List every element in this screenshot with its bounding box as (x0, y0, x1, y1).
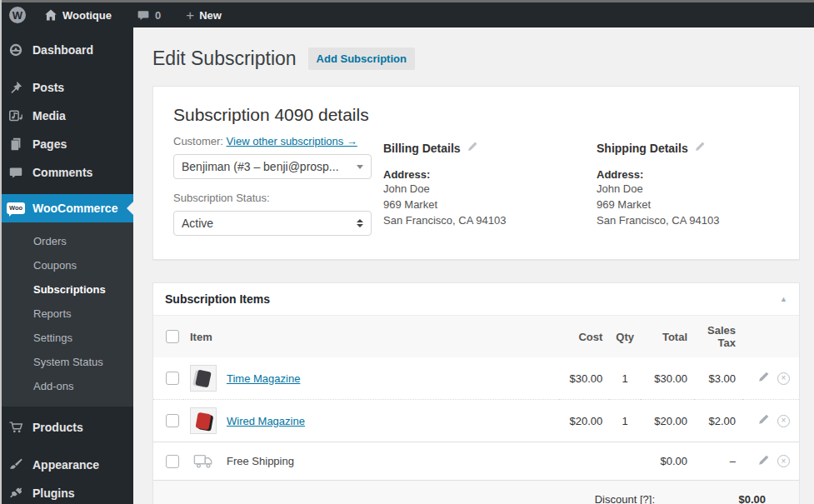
product-thumbnail (190, 407, 217, 434)
woocommerce-submenu: Orders Coupons Subscriptions Reports Set… (0, 222, 133, 407)
collapse-panel-icon[interactable]: ▲ (780, 295, 787, 303)
plug-icon (7, 486, 25, 501)
sidebar-item-subscriptions[interactable]: Subscriptions (0, 277, 133, 302)
new-menu[interactable]: + New (177, 2, 231, 27)
table-row: Wired Magazine $20.00 1 $20.00 $2.00 × (153, 400, 799, 442)
item-qty: 1 (609, 357, 641, 400)
order-totals: Discount [?]: $0.00 Shipping [?]: $0.00 (153, 480, 799, 504)
billing-address-line: San Francisco, CA 94103 (383, 212, 597, 228)
woocommerce-icon: Woo (7, 202, 25, 214)
site-name-menu[interactable]: Wootique (35, 2, 121, 27)
customer-select[interactable]: Benjiman (#3 – benji@prosp... (173, 154, 372, 179)
select-all-checkbox[interactable] (166, 330, 179, 343)
product-thumbnail (190, 365, 217, 392)
subscription-items-table: Item Cost Qty Total Sales Tax (153, 316, 799, 480)
wordpress-logo-icon: W (9, 7, 26, 23)
wp-logo-menu[interactable]: W (0, 2, 35, 27)
admin-sidebar: Dashboard Posts Media Pages Comments (0, 27, 133, 504)
pin-icon (7, 80, 25, 95)
subscription-details-title: Subscription 4090 details (173, 105, 779, 125)
column-qty: Qty (609, 316, 641, 357)
current-menu-arrow (120, 202, 133, 215)
cart-icon (7, 420, 25, 435)
view-other-subscriptions-link[interactable]: View other subscriptions → (227, 135, 357, 147)
subscription-status-select[interactable]: Active (173, 211, 372, 236)
shipping-details-title: Shipping Details (597, 142, 688, 155)
pages-icon (7, 137, 25, 152)
shipping-address-line: San Francisco, CA 94103 (597, 212, 779, 228)
billing-address-line: 969 Market (383, 197, 597, 212)
sidebar-item-pages[interactable]: Pages (0, 130, 133, 158)
home-icon (44, 8, 57, 22)
select-spinner-icon (357, 216, 363, 231)
delete-item-icon[interactable]: × (777, 455, 790, 467)
main-content: Edit Subscription Add Subscription Subsc… (133, 27, 814, 504)
sidebar-item-add-ons[interactable]: Add-ons (0, 374, 133, 398)
plus-icon: + (186, 8, 194, 22)
sidebar-item-coupons[interactable]: Coupons (0, 253, 133, 277)
sidebar-item-media[interactable]: Media (0, 102, 133, 130)
product-link[interactable]: Time Magazine (227, 372, 300, 385)
edit-item-icon[interactable] (757, 413, 770, 428)
shipping-tax: – (694, 442, 742, 481)
customer-label: Customer: (173, 135, 223, 147)
sidebar-item-products[interactable]: Products (0, 413, 133, 442)
edit-item-icon[interactable] (757, 371, 770, 386)
sidebar-item-comments[interactable]: Comments (0, 158, 133, 187)
discount-label: Discount [?]: (595, 493, 655, 504)
subscription-items-panel: Subscription Items ▲ Item Cost Qty Total… (152, 282, 800, 504)
sidebar-item-dashboard[interactable]: Dashboard (0, 36, 133, 64)
shipping-method-name: Free Shipping (227, 455, 294, 467)
column-cost: Cost (559, 316, 609, 357)
add-subscription-button[interactable]: Add Subscription (308, 47, 415, 70)
row-checkbox[interactable] (166, 372, 179, 385)
customer-select-value: Benjiman (#3 – benji@prosp... (182, 160, 339, 173)
edit-shipping-icon[interactable] (694, 141, 706, 155)
sidebar-item-appearance[interactable]: Appearance (0, 451, 133, 479)
sidebar-item-woocommerce[interactable]: Woo WooCommerce (0, 194, 133, 222)
site-name: Wootique (62, 9, 112, 22)
admin-bar: W Wootique 0 + New (0, 2, 814, 27)
sidebar-item-reports[interactable]: Reports (0, 302, 133, 326)
comments-menu[interactable]: 0 (127, 2, 170, 27)
item-tax: $2.00 (694, 400, 742, 442)
shipping-total: $0.00 (641, 442, 694, 481)
shipping-address-line: 969 Market (597, 197, 779, 212)
delete-item-icon[interactable]: × (777, 415, 790, 427)
row-checkbox[interactable] (166, 455, 179, 468)
item-qty: 1 (609, 400, 641, 442)
media-icon (7, 108, 25, 123)
table-row: Time Magazine $30.00 1 $30.00 $3.00 × (153, 357, 799, 400)
billing-address-label: Address: (383, 168, 597, 181)
delete-item-icon[interactable]: × (777, 372, 790, 385)
subscription-details-panel: Subscription 4090 details Customer: View… (152, 86, 800, 260)
column-item: Item (183, 316, 559, 357)
row-checkbox[interactable] (166, 414, 179, 427)
chevron-down-icon (357, 165, 363, 172)
sidebar-item-settings[interactable]: Settings (0, 326, 133, 350)
item-total: $30.00 (641, 357, 694, 400)
comment-count: 0 (155, 9, 161, 22)
shipping-address-line: John Doe (597, 181, 779, 197)
item-tax: $3.00 (694, 357, 742, 400)
sidebar-item-plugins[interactable]: Plugins (0, 479, 133, 504)
discount-value: $0.00 (655, 493, 766, 504)
edit-item-icon[interactable] (757, 454, 770, 469)
sidebar-item-posts[interactable]: Posts (0, 73, 133, 102)
item-total: $20.00 (641, 400, 694, 442)
column-total: Total (641, 316, 694, 357)
sidebar-item-system-status[interactable]: System Status (0, 350, 133, 374)
shipping-truck-icon (190, 453, 217, 469)
edit-billing-icon[interactable] (467, 141, 478, 155)
product-link[interactable]: Wired Magazine (227, 415, 305, 427)
sidebar-item-orders[interactable]: Orders (0, 229, 133, 253)
item-cost: $20.00 (559, 400, 609, 442)
shipping-row: Free Shipping $0.00 – × (153, 442, 799, 481)
billing-address-line: John Doe (383, 181, 597, 197)
shipping-address-label: Address: (597, 168, 779, 181)
billing-details-title: Billing Details (383, 142, 461, 155)
page-title: Edit Subscription (152, 47, 297, 70)
subscription-items-title: Subscription Items (165, 292, 270, 306)
dashboard-icon (7, 42, 25, 57)
total-row: Discount [?]: $0.00 (153, 493, 766, 504)
